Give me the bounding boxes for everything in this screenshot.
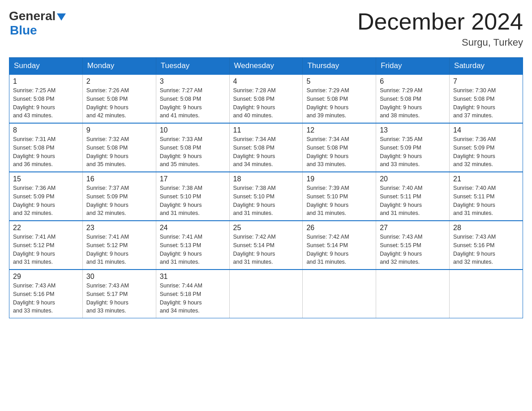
calendar-week-row: 8 Sunrise: 7:31 AM Sunset: 5:08 PM Dayli… (9, 123, 523, 172)
day-number: 22 (13, 224, 79, 232)
day-info: Sunrise: 7:29 AM Sunset: 5:08 PM Dayligh… (380, 86, 446, 120)
table-row: 21 Sunrise: 7:40 AM Sunset: 5:11 PM Dayl… (450, 172, 523, 221)
table-row: 16 Sunrise: 7:37 AM Sunset: 5:09 PM Dayl… (82, 172, 156, 221)
day-info: Sunrise: 7:34 AM Sunset: 5:08 PM Dayligh… (233, 135, 299, 169)
day-info: Sunrise: 7:43 AM Sunset: 5:16 PM Dayligh… (13, 282, 79, 315)
page-header: General Blue December 2024 Surgu, Turkey (9, 9, 523, 48)
table-row (229, 270, 303, 318)
table-row (376, 270, 450, 318)
calendar-week-row: 29 Sunrise: 7:43 AM Sunset: 5:16 PM Dayl… (9, 270, 523, 318)
table-row: 24 Sunrise: 7:41 AM Sunset: 5:13 PM Dayl… (156, 221, 229, 270)
location-subtitle: Surgu, Turkey (357, 37, 523, 48)
table-row: 6 Sunrise: 7:29 AM Sunset: 5:08 PM Dayli… (376, 74, 450, 123)
logo-general: General (9, 9, 66, 23)
day-number: 5 (306, 77, 372, 86)
day-number: 6 (380, 77, 446, 86)
table-row (303, 270, 376, 318)
day-number: 3 (160, 77, 226, 86)
day-number: 8 (13, 126, 79, 134)
day-info: Sunrise: 7:29 AM Sunset: 5:08 PM Dayligh… (306, 86, 372, 120)
logo-blue-text: Blue (10, 23, 37, 38)
table-row: 13 Sunrise: 7:35 AM Sunset: 5:09 PM Dayl… (376, 123, 450, 172)
table-row: 18 Sunrise: 7:38 AM Sunset: 5:10 PM Dayl… (229, 172, 303, 221)
table-row: 14 Sunrise: 7:36 AM Sunset: 5:09 PM Dayl… (450, 123, 523, 172)
day-info: Sunrise: 7:39 AM Sunset: 5:10 PM Dayligh… (306, 184, 372, 218)
day-info: Sunrise: 7:36 AM Sunset: 5:09 PM Dayligh… (13, 184, 79, 218)
day-number: 29 (13, 273, 79, 281)
day-number: 19 (306, 175, 372, 183)
day-info: Sunrise: 7:40 AM Sunset: 5:11 PM Dayligh… (453, 184, 519, 218)
day-number: 30 (86, 273, 152, 281)
day-number: 2 (86, 77, 152, 86)
day-number: 9 (86, 126, 152, 134)
logo: General Blue (9, 9, 66, 38)
day-info: Sunrise: 7:38 AM Sunset: 5:10 PM Dayligh… (233, 184, 299, 218)
day-number: 16 (86, 175, 152, 183)
day-info: Sunrise: 7:41 AM Sunset: 5:13 PM Dayligh… (160, 233, 226, 266)
day-info: Sunrise: 7:44 AM Sunset: 5:18 PM Dayligh… (160, 282, 226, 315)
day-number: 23 (86, 224, 152, 232)
table-row: 25 Sunrise: 7:42 AM Sunset: 5:14 PM Dayl… (229, 221, 303, 270)
table-row: 15 Sunrise: 7:36 AM Sunset: 5:09 PM Dayl… (9, 172, 83, 221)
day-info: Sunrise: 7:32 AM Sunset: 5:08 PM Dayligh… (86, 135, 152, 169)
table-row: 12 Sunrise: 7:34 AM Sunset: 5:08 PM Dayl… (303, 123, 376, 172)
day-info: Sunrise: 7:41 AM Sunset: 5:12 PM Dayligh… (13, 233, 79, 266)
day-number: 28 (453, 224, 519, 232)
calendar-week-row: 22 Sunrise: 7:41 AM Sunset: 5:12 PM Dayl… (9, 221, 523, 270)
table-row: 9 Sunrise: 7:32 AM Sunset: 5:08 PM Dayli… (82, 123, 156, 172)
table-row: 5 Sunrise: 7:29 AM Sunset: 5:08 PM Dayli… (303, 74, 376, 123)
table-row: 17 Sunrise: 7:38 AM Sunset: 5:10 PM Dayl… (156, 172, 229, 221)
table-row: 7 Sunrise: 7:30 AM Sunset: 5:08 PM Dayli… (450, 74, 523, 123)
day-number: 17 (160, 175, 226, 183)
table-row: 20 Sunrise: 7:40 AM Sunset: 5:11 PM Dayl… (376, 172, 450, 221)
calendar-week-row: 1 Sunrise: 7:25 AM Sunset: 5:08 PM Dayli… (9, 74, 523, 123)
weekday-header-row: Sunday Monday Tuesday Wednesday Thursday… (9, 58, 523, 75)
day-number: 26 (306, 224, 372, 232)
day-info: Sunrise: 7:34 AM Sunset: 5:08 PM Dayligh… (306, 135, 372, 169)
table-row: 11 Sunrise: 7:34 AM Sunset: 5:08 PM Dayl… (229, 123, 303, 172)
day-number: 27 (380, 224, 446, 232)
day-number: 4 (233, 77, 299, 86)
table-row: 3 Sunrise: 7:27 AM Sunset: 5:08 PM Dayli… (156, 74, 229, 123)
table-row (450, 270, 523, 318)
day-number: 24 (160, 224, 226, 232)
day-info: Sunrise: 7:36 AM Sunset: 5:09 PM Dayligh… (453, 135, 519, 169)
day-info: Sunrise: 7:28 AM Sunset: 5:08 PM Dayligh… (233, 86, 299, 120)
table-row: 2 Sunrise: 7:26 AM Sunset: 5:08 PM Dayli… (82, 74, 156, 123)
month-title: December 2024 (357, 9, 523, 34)
table-row: 26 Sunrise: 7:42 AM Sunset: 5:14 PM Dayl… (303, 221, 376, 270)
calendar-week-row: 15 Sunrise: 7:36 AM Sunset: 5:09 PM Dayl… (9, 172, 523, 221)
table-row: 23 Sunrise: 7:41 AM Sunset: 5:12 PM Dayl… (82, 221, 156, 270)
day-info: Sunrise: 7:41 AM Sunset: 5:12 PM Dayligh… (86, 233, 152, 266)
day-number: 1 (13, 77, 79, 86)
table-row: 19 Sunrise: 7:39 AM Sunset: 5:10 PM Dayl… (303, 172, 376, 221)
day-info: Sunrise: 7:31 AM Sunset: 5:08 PM Dayligh… (13, 135, 79, 169)
header-friday: Friday (376, 58, 450, 75)
header-tuesday: Tuesday (156, 58, 229, 75)
day-number: 15 (13, 175, 79, 183)
table-row: 30 Sunrise: 7:43 AM Sunset: 5:17 PM Dayl… (82, 270, 156, 318)
day-number: 12 (306, 126, 372, 134)
logo-arrow-icon (57, 13, 66, 21)
day-info: Sunrise: 7:40 AM Sunset: 5:11 PM Dayligh… (380, 184, 446, 218)
day-number: 14 (453, 126, 519, 134)
table-row: 29 Sunrise: 7:43 AM Sunset: 5:16 PM Dayl… (9, 270, 83, 318)
table-row: 31 Sunrise: 7:44 AM Sunset: 5:18 PM Dayl… (156, 270, 229, 318)
day-number: 13 (380, 126, 446, 134)
header-saturday: Saturday (450, 58, 523, 75)
header-thursday: Thursday (303, 58, 376, 75)
day-number: 25 (233, 224, 299, 232)
table-row: 22 Sunrise: 7:41 AM Sunset: 5:12 PM Dayl… (9, 221, 83, 270)
day-info: Sunrise: 7:42 AM Sunset: 5:14 PM Dayligh… (233, 233, 299, 266)
day-info: Sunrise: 7:37 AM Sunset: 5:09 PM Dayligh… (86, 184, 152, 218)
day-number: 18 (233, 175, 299, 183)
table-row: 8 Sunrise: 7:31 AM Sunset: 5:08 PM Dayli… (9, 123, 83, 172)
day-info: Sunrise: 7:30 AM Sunset: 5:08 PM Dayligh… (453, 86, 519, 120)
day-number: 11 (233, 126, 299, 134)
header-sunday: Sunday (9, 58, 83, 75)
day-info: Sunrise: 7:38 AM Sunset: 5:10 PM Dayligh… (160, 184, 226, 218)
table-row: 28 Sunrise: 7:43 AM Sunset: 5:16 PM Dayl… (450, 221, 523, 270)
title-section: December 2024 Surgu, Turkey (357, 9, 523, 48)
table-row: 10 Sunrise: 7:33 AM Sunset: 5:08 PM Dayl… (156, 123, 229, 172)
header-monday: Monday (82, 58, 156, 75)
